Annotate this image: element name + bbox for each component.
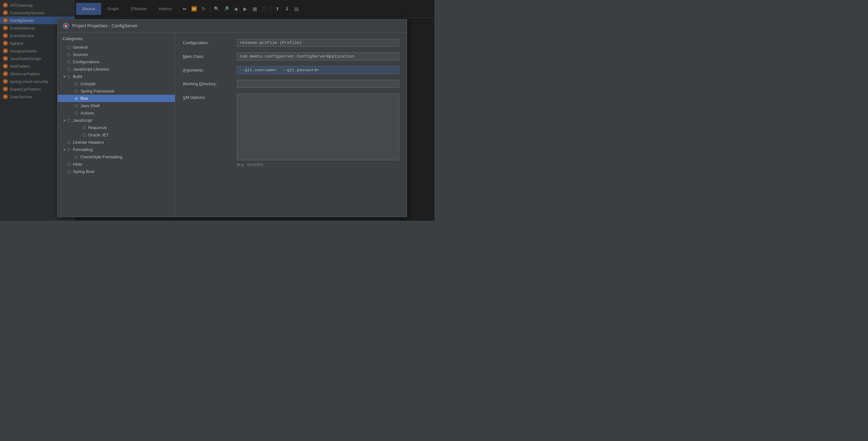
modal-overlay: N Project Properties - ConfigServer Cate… [0,0,434,221]
tree-item-javascript-libraries[interactable]: JavaScript Libraries [58,65,175,73]
vm-options-label-text: VM Options: [183,95,206,100]
tree-item-label: Compile [81,82,170,86]
tree-bullet-icon [67,53,70,56]
form-row-vm-options: VM Options: (e.g. -Xms10m) [183,93,399,167]
tree-item-label: Formatting [73,147,170,152]
tree-item-javascript[interactable]: ▼JavaScript [58,117,175,124]
tree-item-hints[interactable]: Hints [58,161,175,168]
working-dir-input[interactable] [237,80,399,88]
tree-bullet-icon [67,163,70,166]
tree-item-label: Oracle JET [88,133,170,137]
tree-bullet-icon [75,82,78,86]
form-row-main-class: Main Class: [183,53,399,60]
tree-item-label: Spring Boot [73,169,170,174]
tree-item-label: Configurations [73,59,170,64]
tree-item-run[interactable]: Run [58,95,175,102]
form-row-arguments: Arguments: [183,66,399,74]
tree-item-oracle-jet[interactable]: Oracle JET [58,131,175,138]
tree-bullet-icon [67,170,70,173]
working-dir-label-text: Working Directory: [183,82,217,86]
tree-arrow-icon: ▼ [63,75,67,78]
configuration-label: Configuration: [183,39,237,45]
tree-item-label: Build [73,74,170,79]
working-dir-control [237,80,399,88]
modal-title: Project Properties - ConfigServer [72,23,137,28]
form-panel: Configuration: Main Class: [175,32,407,217]
tree-item-label: Spring Framework [81,89,170,93]
vm-options-textarea[interactable] [237,93,399,160]
tree-item-spring-boot[interactable]: Spring Boot [58,168,175,175]
arguments-control [237,66,399,74]
categories-label: Categories: [58,36,175,43]
tree-item-compile[interactable]: Compile [58,80,175,88]
tree-item-actions[interactable]: Actions [58,109,175,117]
tree-bullet-icon [75,90,78,93]
tree-item-label: JavaScript Libraries [73,67,170,71]
tree-arrow-icon: ▼ [63,148,67,152]
tree-bullet-icon [75,97,78,100]
arguments-input[interactable] [237,66,399,74]
tree-item-license-headers[interactable]: License Headers [58,138,175,146]
tree-arrow-icon: ▼ [63,119,67,122]
tree-bullet-icon [75,156,78,159]
tree-item-spring-framework[interactable]: Spring Framework [58,88,175,95]
tree-bullet-icon [82,126,86,129]
tree-bullet-icon [75,112,78,115]
main-class-label-text: Main Class: [183,54,205,59]
tree-item-checkstyle[interactable]: CheckStyle Formatting [58,153,175,161]
netbeans-logo-icon: N [63,23,69,29]
tree-item-label: General [73,45,170,50]
tree-item-java-shell[interactable]: Java Shell [58,102,175,109]
main-class-label: Main Class: [183,53,237,59]
tree-item-label: Hints [73,162,170,167]
configuration-control [237,39,399,47]
tree-item-label: CheckStyle Formatting [81,155,170,159]
tree-item-label: RequireJs [88,125,170,130]
vm-options-hint: (e.g. -Xms10m) [237,161,399,167]
tree-item-build[interactable]: ▼Build [58,73,175,80]
tree-item-requirejs[interactable]: RequireJs [58,124,175,131]
main-class-input[interactable] [237,53,399,60]
modal-header: N Project Properties - ConfigServer [58,20,407,32]
tree-bullet-icon [67,119,70,122]
tree-item-general[interactable]: General [58,43,175,51]
tree-item-formatting[interactable]: ▼Formatting [58,146,175,153]
arguments-label: Arguments: [183,66,237,72]
tree-bullet-icon [67,141,70,144]
tree-item-label: Run [81,96,170,101]
vm-options-control: (e.g. -Xms10m) [237,93,399,167]
tree-item-label: License Headers [73,140,170,145]
vm-options-label: VM Options: [183,93,237,100]
project-properties-modal: N Project Properties - ConfigServer Cate… [57,19,407,217]
form-row-working-dir: Working Directory: [183,80,399,88]
tree-bullet-icon [82,133,86,137]
tree-bullet-icon [75,104,78,107]
tree-item-label: Sources [73,52,170,57]
tree-bullet-icon [67,148,70,151]
form-row-configuration: Configuration: [183,39,399,47]
arguments-label-text: Arguments: [183,68,204,72]
tree-bullet-icon [67,68,70,71]
tree-item-sources[interactable]: Sources [58,51,175,58]
configuration-input[interactable] [237,39,399,47]
working-dir-label: Working Directory: [183,80,237,86]
tree-bullet-icon [67,75,70,78]
modal-body: Categories: GeneralSourcesConfigurations… [58,32,407,217]
tree-item-label: Java Shell [81,103,170,108]
tree-item-label: JavaScript [73,118,170,123]
tree-item-configurations[interactable]: Configurations [58,58,175,65]
main-class-control [237,53,399,60]
tree-bullet-icon [67,46,70,49]
categories-panel: Categories: GeneralSourcesConfigurations… [58,32,175,217]
tree-bullet-icon [67,60,70,64]
configuration-label-text: Configuration: [183,40,209,45]
tree-item-label: Actions [81,111,170,116]
svg-text:N: N [65,25,67,28]
